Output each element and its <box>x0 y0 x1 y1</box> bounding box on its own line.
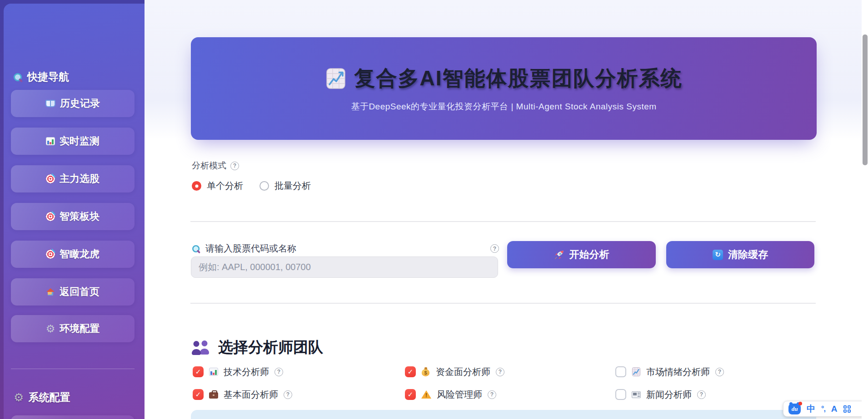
radio-selected-icon[interactable] <box>192 181 201 191</box>
sidebar: 快捷导航 历史记录 实时监测 主力选股 智策板块 智瞰龙虎 返回首页 ⚙ 环境 <box>4 4 145 419</box>
divider <box>190 221 816 222</box>
analyst-checkbox-news[interactable]: 新闻分析师 ? <box>615 389 818 401</box>
analyst-checkbox-risk[interactable]: ✓ 风险管理师 ? <box>405 389 615 401</box>
rocket-icon <box>554 250 564 260</box>
stock-code-input[interactable] <box>191 256 498 278</box>
help-icon[interactable]: ? <box>230 162 239 170</box>
newspaper-icon <box>632 391 641 398</box>
sidebar-item-history[interactable]: 历史记录 <box>11 90 135 117</box>
stock-input-label-row: 请输入股票代码或名称 ? <box>192 242 499 255</box>
clear-cache-button[interactable]: ↻ 清除缓存 <box>666 241 814 268</box>
sidebar-item-env-config[interactable]: ⚙ 环境配置 <box>11 315 135 342</box>
sidebar-nav-header: 快捷导航 <box>14 70 69 84</box>
briefcase-icon <box>209 392 218 399</box>
sidebar-item-realtime-monitor[interactable]: 实时监测 <box>11 128 135 155</box>
chart-increasing-icon <box>325 68 346 89</box>
target-icon <box>46 250 55 259</box>
scrollbar-track[interactable] <box>862 0 868 419</box>
chart-up-icon <box>632 367 641 376</box>
stock-input-label: 请输入股票代码或名称 <box>192 242 296 255</box>
bar-chart-icon <box>209 368 218 376</box>
home-icon <box>46 288 55 296</box>
analysis-mode-radio-group: 单个分析 批量分析 <box>192 180 311 192</box>
checkbox-checked-icon[interactable]: ✓ <box>193 389 204 400</box>
app-window: 快捷导航 历史记录 实时监测 主力选股 智策板块 智瞰龙虎 返回首页 ⚙ 环境 <box>0 0 868 419</box>
sidebar-item-home[interactable]: 返回首页 <box>11 278 135 306</box>
header-banner: 复合多AI智能体股票团队分析系统 基于DeepSeek的专业量化投资分析平台 |… <box>191 37 817 140</box>
baidu-ime-logo-icon[interactable]: du <box>788 404 801 414</box>
refresh-icon: ↻ <box>713 250 723 260</box>
users-icon <box>192 340 211 355</box>
book-icon <box>45 100 55 107</box>
money-bag-icon <box>421 367 430 376</box>
info-panel <box>191 410 816 419</box>
ime-font-button[interactable]: A <box>831 404 838 414</box>
help-icon[interactable]: ? <box>715 368 724 376</box>
system-header-label: 系统配置 <box>28 390 70 404</box>
ime-language-mode-button[interactable]: 中 <box>807 403 815 415</box>
radio-single-analysis[interactable]: 单个分析 <box>192 180 243 192</box>
help-icon[interactable]: ? <box>284 390 292 399</box>
page-title: 复合多AI智能体股票团队分析系统 <box>354 64 683 93</box>
nav-header-label: 快捷导航 <box>27 70 69 84</box>
checkbox-checked-icon[interactable]: ✓ <box>405 389 416 400</box>
checkbox-unchecked-icon[interactable] <box>615 389 626 400</box>
banner-title-row: 复合多AI智能体股票团队分析系统 <box>325 64 683 93</box>
analyst-checkbox-fundamental[interactable]: ✓ 基本面分析师 ? <box>193 389 405 401</box>
page-subtitle: 基于DeepSeek的专业量化投资分析平台 | Multi-Agent Stoc… <box>351 101 656 113</box>
radio-batch-analysis[interactable]: 批量分析 <box>259 180 311 192</box>
magnifier-icon <box>14 73 23 82</box>
main-content: 复合多AI智能体股票团队分析系统 基于DeepSeek的专业量化投资分析平台 |… <box>145 0 868 419</box>
analyst-checkbox-capital-flow[interactable]: ✓ 资金面分析师 ? <box>405 366 615 378</box>
gear-icon: ⚙ <box>14 392 24 403</box>
magnifier-icon <box>192 245 200 253</box>
bar-chart-icon <box>46 137 55 145</box>
checkbox-checked-icon[interactable]: ✓ <box>405 366 416 377</box>
sidebar-item-dragon-tiger[interactable]: 智瞰龙虎 <box>11 241 135 268</box>
sidebar-item-main-stock-pick[interactable]: 主力选股 <box>11 165 135 192</box>
warning-icon <box>421 390 431 399</box>
sidebar-item-partial[interactable] <box>11 415 135 419</box>
divider <box>190 303 816 304</box>
scrollbar-thumb[interactable] <box>863 35 868 165</box>
help-icon[interactable]: ? <box>488 390 496 399</box>
analysis-mode-label: 分析模式 ? <box>192 160 239 172</box>
target-icon <box>46 212 55 221</box>
checkbox-checked-icon[interactable]: ✓ <box>193 366 204 377</box>
sidebar-system-header: ⚙ 系统配置 <box>14 390 70 404</box>
ime-punctuation-button[interactable]: °, <box>821 405 825 413</box>
sidebar-item-smart-sectors[interactable]: 智策板块 <box>11 203 135 230</box>
start-analysis-button[interactable]: 开始分析 <box>507 241 656 268</box>
ime-toolbar: du 中 °, A <box>783 401 866 417</box>
analyst-checkbox-technical[interactable]: ✓ 技术分析师 ? <box>193 366 405 378</box>
help-icon[interactable]: ? <box>496 368 504 376</box>
team-section-header: 选择分析师团队 <box>192 337 323 358</box>
help-icon[interactable]: ? <box>490 244 499 253</box>
gear-icon: ⚙ <box>46 324 55 334</box>
sidebar-divider <box>11 369 135 369</box>
team-section-title: 选择分析师团队 <box>218 337 323 358</box>
ime-menu-grid-icon[interactable] <box>843 405 851 413</box>
analyst-checkbox-market-sentiment[interactable]: 市场情绪分析师 ? <box>615 366 818 378</box>
help-icon[interactable]: ? <box>274 368 283 376</box>
target-icon <box>46 174 55 183</box>
checkbox-unchecked-icon[interactable] <box>615 366 626 377</box>
radio-unselected-icon[interactable] <box>259 181 269 191</box>
help-icon[interactable]: ? <box>697 390 706 399</box>
analyst-checkbox-grid: ✓ 技术分析师 ? ✓ 资金面分析师 ? 市场情绪分析师 ? <box>193 366 818 400</box>
